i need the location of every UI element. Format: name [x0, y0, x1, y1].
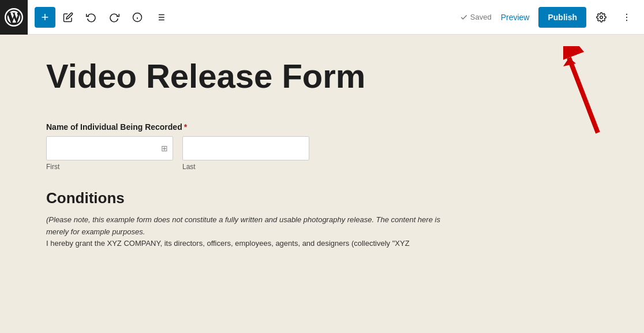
- conditions-title: Conditions: [46, 189, 450, 207]
- required-indicator: *: [184, 122, 187, 132]
- conditions-section: Conditions (Please note, this example fo…: [46, 189, 450, 250]
- saved-label: Saved: [470, 13, 492, 21]
- svg-point-12: [626, 20, 627, 21]
- last-sublabel: Last: [182, 163, 309, 171]
- more-options-button[interactable]: [616, 7, 637, 28]
- input-icon: ⊞: [161, 144, 168, 153]
- main-content: Video Release Form Name of Individual Be…: [0, 35, 644, 333]
- first-name-input[interactable]: ⊞: [46, 136, 173, 160]
- redo-button[interactable]: [104, 7, 125, 28]
- last-name-wrap: Last: [182, 136, 309, 171]
- first-name-wrap: ⊞ First: [46, 136, 173, 171]
- svg-point-10: [626, 13, 627, 14]
- svg-point-11: [626, 16, 627, 17]
- more-icon: [621, 12, 632, 23]
- page-title: Video Release Form: [46, 58, 496, 95]
- settings-button[interactable]: [591, 7, 612, 28]
- undo-button[interactable]: [81, 7, 102, 28]
- name-field-label: Name of Individual Being Recorded*: [46, 122, 450, 132]
- gear-icon: [596, 12, 606, 23]
- toolbar: +: [0, 0, 644, 35]
- arrow-annotation: [563, 46, 609, 139]
- conditions-italic-text: (Please note, this example form does not…: [46, 214, 450, 238]
- name-fields: ⊞ First Last: [46, 136, 450, 171]
- list-view-button[interactable]: [150, 7, 171, 28]
- preview-button[interactable]: Preview: [496, 9, 534, 25]
- svg-marker-15: [563, 58, 576, 66]
- conditions-normal-text: I hereby grant the XYZ COMPANY, its dire…: [46, 238, 450, 250]
- edit-button[interactable]: [58, 7, 78, 28]
- wp-logo-icon: [5, 8, 23, 27]
- last-name-input[interactable]: [182, 136, 309, 160]
- redo-icon: [109, 12, 119, 23]
- first-sublabel: First: [46, 163, 173, 171]
- saved-status: Saved: [460, 13, 492, 21]
- wordpress-logo[interactable]: [0, 0, 28, 35]
- toolbar-right: Saved Preview Publish: [460, 7, 637, 28]
- add-block-button[interactable]: +: [35, 7, 55, 28]
- pencil-icon: [63, 12, 73, 23]
- svg-point-9: [600, 16, 603, 18]
- info-icon: [132, 12, 143, 23]
- check-icon: [460, 13, 468, 21]
- info-button[interactable]: [127, 7, 148, 28]
- undo-icon: [86, 12, 96, 23]
- list-icon: [155, 12, 166, 23]
- svg-line-14: [569, 58, 598, 133]
- publish-button[interactable]: Publish: [538, 7, 586, 28]
- form-section: Name of Individual Being Recorded* ⊞ Fir…: [46, 122, 450, 250]
